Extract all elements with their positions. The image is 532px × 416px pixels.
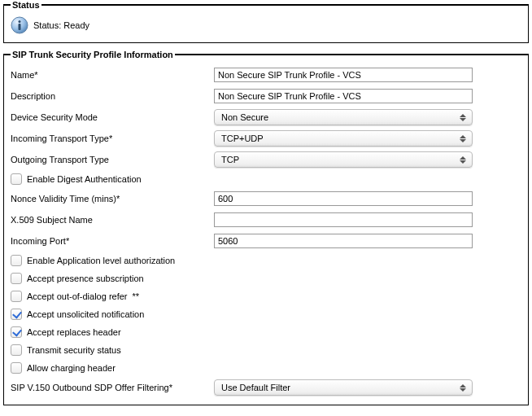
x509-label: X.509 Subject Name	[11, 215, 93, 225]
charging-label: Allow charging header	[27, 363, 116, 373]
chevron-updown-icon	[457, 152, 469, 167]
x509-input[interactable]	[214, 212, 473, 227]
chevron-updown-icon	[457, 110, 469, 125]
info-icon	[11, 16, 28, 34]
sdp-filter-label: SIP V.150 Outbound SDP Offer Filtering	[11, 383, 169, 392]
name-label: Name	[11, 70, 34, 80]
security-mode-value: Non Secure	[221, 112, 268, 122]
presence-checkbox[interactable]	[11, 273, 22, 284]
outgoing-transport-select[interactable]: TCP	[214, 151, 473, 168]
outgoing-transport-value: TCP	[221, 155, 239, 164]
sdp-filter-value: Use Default Filter	[221, 383, 290, 392]
replaces-checkbox[interactable]	[11, 326, 22, 338]
svg-rect-1	[19, 20, 21, 23]
incoming-port-input[interactable]	[214, 234, 473, 248]
outgoing-transport-label: Outgoing Transport Type	[11, 155, 109, 164]
name-input[interactable]	[214, 68, 473, 82]
security-mode-select[interactable]: Non Secure	[214, 109, 473, 125]
unsolicited-label: Accept unsolicited notification	[27, 309, 144, 319]
status-legend: Status	[11, 0, 41, 10]
transmit-sec-label: Transmit security status	[27, 345, 121, 355]
security-mode-label: Device Security Mode	[11, 112, 98, 122]
profile-info-group: SIP Trunk Security Profile Information N…	[3, 50, 529, 405]
enable-digest-label: Enable Digest Authentication	[27, 174, 142, 184]
nonce-input[interactable]	[214, 191, 473, 206]
app-auth-label: Enable Application level authorization	[27, 256, 175, 265]
ood-refer-label: Accept out-of-dialog refer	[27, 291, 128, 301]
incoming-transport-label: Incoming Transport Type	[11, 134, 109, 143]
chevron-updown-icon	[457, 131, 469, 146]
incoming-port-label: Incoming Port	[11, 236, 66, 246]
status-group: Status Status: Ready	[3, 0, 529, 43]
app-auth-checkbox[interactable]	[11, 255, 22, 266]
incoming-transport-select[interactable]: TCP+UDP	[214, 130, 473, 147]
presence-label: Accept presence subscription	[27, 274, 144, 283]
nonce-label: Nonce Validity Time (mins)	[11, 194, 116, 204]
replaces-label: Accept replaces header	[27, 327, 121, 337]
charging-checkbox[interactable]	[11, 362, 22, 374]
status-text: Status: Ready	[33, 20, 89, 30]
description-input[interactable]	[214, 89, 473, 103]
profile-info-legend: SIP Trunk Security Profile Information	[11, 50, 175, 59]
description-label: Description	[11, 91, 55, 101]
incoming-transport-value: TCP+UDP	[221, 134, 264, 143]
sdp-filter-select[interactable]: Use Default Filter	[214, 379, 473, 396]
unsolicited-checkbox[interactable]	[11, 309, 22, 320]
enable-digest-checkbox[interactable]	[11, 173, 22, 185]
transmit-sec-checkbox[interactable]	[11, 344, 22, 356]
chevron-updown-icon	[457, 380, 469, 395]
ood-refer-checkbox[interactable]	[11, 291, 22, 302]
svg-rect-2	[19, 24, 21, 30]
